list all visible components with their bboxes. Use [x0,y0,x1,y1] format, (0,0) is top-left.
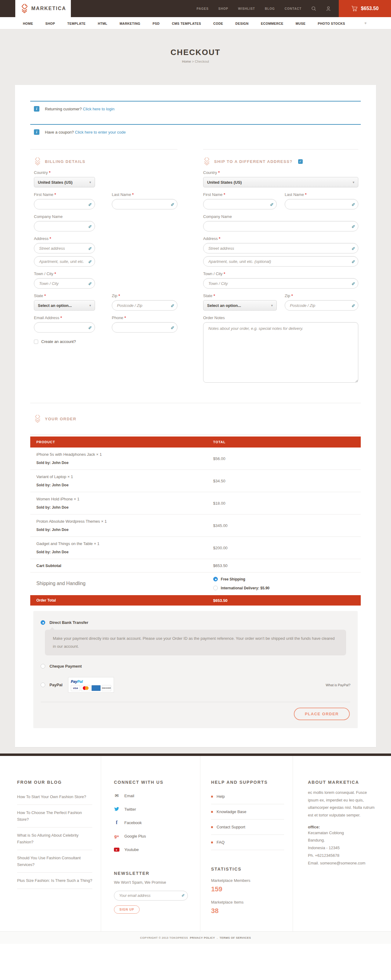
nav-marketing[interactable]: MARKETING [119,22,140,25]
privacy-policy-link[interactable]: PRIVACY POLICY [190,936,215,939]
nav-template[interactable]: TEMPLATE [67,22,86,25]
top-nav-shop[interactable]: SHOP [218,7,228,10]
order-row: Proton Absolute Wordpress Themes × 1Sold… [30,514,361,537]
top-nav-wishlist[interactable]: WISHLIST [238,7,255,10]
coupon-link[interactable]: Click here to enter your code [75,130,126,135]
billing-country-select[interactable]: United States (US) ▾ [34,177,95,188]
blog-link[interactable]: What is So Alluring About Celebrity Fash… [17,827,92,850]
account-icon[interactable] [326,6,331,11]
radio-selected-icon[interactable] [41,620,45,625]
what-is-paypal-link[interactable]: What is PayPal? [326,683,350,687]
nav-code[interactable]: CODE [213,22,223,25]
shipping-last-name-input[interactable] [285,199,358,209]
blog-link[interactable]: How To Start Your Own Fashion Store? [17,789,92,805]
shipping-address2-input[interactable] [203,256,358,267]
shipping-option-international[interactable]: International Delivery: $5.90 [213,585,361,590]
shipping-address1-input[interactable] [203,243,358,253]
social-twitter-link[interactable]: Twitter [114,802,192,816]
nav-photo-stocks[interactable]: PHOTO STOCKS [318,22,345,25]
billing-company-input[interactable] [34,221,95,231]
copyright-bar: COPYRIGHT © 2013 TOKOPRESS PRIVACY POLIC… [0,931,391,944]
nav-home[interactable]: HOME [23,22,33,25]
payment-bank-option[interactable]: Direct Bank Transfer [41,620,350,625]
faq-link[interactable]: FAQ [211,835,284,850]
social-facebook-link[interactable]: f Facebook [114,816,192,829]
contact-support-link[interactable]: Contact Support [211,819,284,835]
subtotal-label: Cart Subtotal [30,563,207,568]
newsletter-email-input[interactable] [114,891,188,900]
social-email-link[interactable]: ✉ Email [114,789,192,802]
terms-link[interactable]: TERMS OF SERVICES [219,936,251,939]
shipping-state-select[interactable]: Select an option... ▾ [203,300,277,310]
bullet-icon [211,826,213,828]
shipping-company-input[interactable] [203,221,358,231]
cart-button[interactable]: $653.50 [339,0,391,17]
payment-cheque-option[interactable]: Cheque Payment [41,664,350,668]
social-youtube-link[interactable]: ▶ Youtube [114,843,192,856]
shipping-handling-row: Shipping and Handling Free Shipping Inte… [30,573,361,595]
shipping-first-name-input[interactable] [203,199,277,209]
office-label: office: [308,825,376,829]
shipping-company-label: Company Name [203,214,358,219]
email-icon: ✉ [114,793,119,799]
billing-heading: BILLING DETAILS [45,159,86,164]
billing-email-label: Email Address [34,315,59,320]
search-icon[interactable] [311,6,316,11]
blog-link[interactable]: Should You Use Fashion Consultant Servic… [17,850,92,873]
blog-link[interactable]: Plus Size Fashion: Is There Such a Thing… [17,873,92,889]
radio-icon[interactable] [213,585,218,590]
nav-psd[interactable]: PSD [153,22,160,25]
payment-paypal-option[interactable]: PayPal PayPal VISA DISCOVER What is PayP… [41,677,350,693]
breadcrumb-home[interactable]: Home [182,60,191,63]
billing-email-input[interactable] [34,322,95,332]
order-total-value: $653.50 [207,598,361,603]
place-order-button[interactable]: PLACE ORDER [294,708,350,720]
billing-zip-input[interactable] [112,300,178,310]
top-nav-blog[interactable]: BLOG [265,7,275,10]
nav-ecommerce[interactable]: ECOMMERCE [261,22,283,25]
nav-design[interactable]: DESIGN [235,22,249,25]
billing-first-name-input[interactable] [34,199,95,209]
billing-state-select[interactable]: Select an option... ▾ [34,300,95,310]
order-total-label: Order Total [30,598,207,603]
order-notes-textarea[interactable] [203,322,358,383]
top-nav-pages[interactable]: PAGES [197,7,209,10]
newsletter-signup-button[interactable]: SIGN UP [114,905,140,914]
brand-name: MARKETICA [32,6,66,11]
footer-top-bar [0,754,391,756]
radio-selected-icon[interactable] [213,577,218,581]
shipping-town-input[interactable] [203,278,358,288]
blog-link[interactable]: How To Choose The Perfect Fashion Store? [17,805,92,827]
shipping-section: SHIP TO A DIFFERENT ADDRESS? ✓ Country *… [203,149,358,384]
billing-phone-input[interactable] [112,322,178,332]
nav-html[interactable]: HTML [98,22,107,25]
radio-icon[interactable] [41,664,45,668]
statistics-heading: STATISTICS [211,867,284,872]
knowledge-base-link[interactable]: Knowladge Base [211,804,284,819]
shipping-zip-input[interactable] [285,300,358,310]
social-google-plus-link[interactable]: g+ Google Plus [114,829,192,843]
help-link[interactable]: Help [211,789,284,804]
brand-logo[interactable]: MARKETICA [15,0,71,17]
shipping-country-select[interactable]: United States (US) ▾ [203,177,358,188]
billing-state-label: State [34,293,43,298]
shipping-option-free[interactable]: Free Shipping [213,577,361,581]
top-nav-contact[interactable]: CONTACT [285,7,302,10]
billing-last-name-input[interactable] [112,199,178,209]
mastercard-icon [81,685,91,691]
nav-cms-templates[interactable]: CMS TEMPLATES [172,22,201,25]
nav-shop[interactable]: SHOP [46,22,55,25]
chevron-down-icon: ▾ [271,304,273,307]
create-account-checkbox[interactable] [34,340,38,344]
billing-town-input[interactable] [34,278,95,288]
nav-muse[interactable]: MUSE [296,22,305,25]
login-link[interactable]: Click here to login [83,107,114,111]
radio-icon[interactable] [41,682,45,687]
chevron-down-icon[interactable]: » [364,22,368,24]
chevron-down-icon: ▾ [89,180,91,185]
billing-address1-input[interactable] [34,243,95,253]
shipping-state-label: State [203,293,212,298]
ship-different-checkbox[interactable]: ✓ [298,159,303,164]
billing-address2-input[interactable] [34,256,95,267]
chevron-down-icon: ▾ [89,304,91,307]
